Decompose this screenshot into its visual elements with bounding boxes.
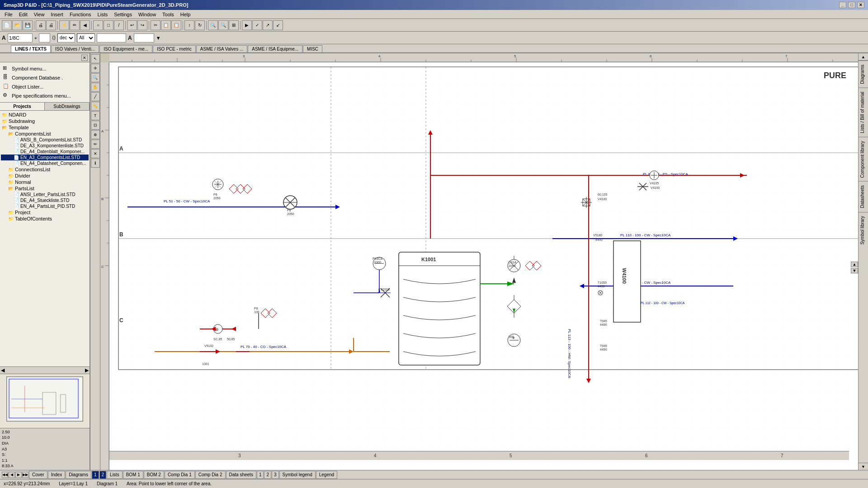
undo-button[interactable]: ↩	[127, 20, 137, 30]
menu-functions[interactable]: Functions	[67, 11, 94, 18]
right-tab-symbols[interactable]: Symbol library	[859, 212, 868, 248]
tab-legend[interactable]: Legend	[316, 471, 337, 479]
right-tab-lists[interactable]: Lists / Bill of material	[859, 88, 868, 137]
tree-de-a4[interactable]: 📄 DE_A4_Datenblatt_Komponer...	[1, 149, 89, 155]
import-button[interactable]: ↙	[273, 20, 283, 30]
line-button[interactable]: /	[114, 20, 124, 30]
menu-window[interactable]: Window	[136, 11, 159, 18]
scroll-right-icon[interactable]: ▶	[85, 367, 89, 373]
tab-lists[interactable]: Lists	[107, 471, 123, 479]
tree-en-a4-parts[interactable]: 📄 EN_A4_PartsList_PID.STD	[1, 203, 89, 209]
tab-misc[interactable]: MISC	[303, 45, 322, 52]
tree-ansi-letter[interactable]: 📄 ANSI_Letter_PartsList.STD	[1, 192, 89, 197]
menu-insert[interactable]: Insert	[48, 11, 66, 18]
lightning-button[interactable]: ⚡	[59, 20, 69, 30]
tree-subdrawing[interactable]: 📁 Subdrawing	[1, 118, 89, 124]
zoom-tool[interactable]: 🔍	[91, 73, 100, 82]
nav-next-btn[interactable]: ▶	[15, 472, 22, 478]
print2-button[interactable]: 🖨	[46, 20, 56, 30]
connect-tool[interactable]: ⊕	[91, 130, 100, 139]
pointer-tool[interactable]: ↖	[91, 54, 100, 63]
tab-datasheets[interactable]: Data sheets	[226, 471, 256, 479]
copy-button[interactable]: 📋	[161, 20, 171, 30]
tab-lines-texts[interactable]: LINES / TEXTS	[11, 45, 51, 52]
crosshair-tool[interactable]: ✛	[91, 64, 100, 73]
close-button[interactable]: ✕	[857, 2, 864, 8]
right-scroll-down[interactable]: ▼	[859, 463, 868, 470]
tab-iso-valves[interactable]: ISO Valves / Venti...	[51, 45, 99, 52]
tab-projects[interactable]: Projects	[0, 103, 45, 110]
tree-normal[interactable]: 📁 Normal	[1, 179, 89, 185]
zoom-in[interactable]: 🔍	[208, 20, 218, 30]
properties-tool[interactable]: ℹ	[91, 159, 100, 168]
minimize-button[interactable]: _	[839, 2, 846, 8]
tree-ansi-b[interactable]: 📄 ANSI_B_ComponentsList.STD	[1, 137, 89, 143]
move-button[interactable]: ↕	[184, 20, 194, 30]
canvas-area[interactable]: 3 4 5 6 7 8	[100, 53, 858, 470]
redo-button[interactable]: ↪	[137, 20, 147, 30]
angle-input[interactable]: 0.0	[134, 33, 154, 42]
maximize-button[interactable]: □	[848, 2, 855, 8]
tab-compdia2[interactable]: Comp Dia 2	[195, 471, 226, 479]
print-button[interactable]: 🖨	[36, 20, 46, 30]
tree-de-a3[interactable]: 📄 DE_A3_Komponentenliste.STD	[1, 143, 89, 149]
draw-line-tool[interactable]: ╱	[91, 92, 100, 101]
number-input[interactable]: 1	[39, 33, 50, 42]
check-button[interactable]: ✓	[252, 20, 262, 30]
tree-connections-list[interactable]: 📁 ConnectionsList	[1, 166, 89, 173]
rotate-button[interactable]: ↻	[195, 20, 205, 30]
panel-close-button[interactable]: ✕	[81, 55, 88, 61]
tree-project[interactable]: 📁 Project	[1, 209, 89, 216]
tree-parts-list[interactable]: 📂 PartsList	[1, 185, 89, 192]
tab-bom1[interactable]: BOM 1	[123, 471, 143, 479]
tab-symbol-legend[interactable]: Symbol legend	[279, 471, 316, 479]
component-tool[interactable]: ⊡	[91, 121, 100, 130]
tab-index[interactable]: Index	[48, 471, 65, 479]
panel-scroll[interactable]: ◀ ▶	[0, 366, 90, 374]
measure-tool[interactable]: 📏	[91, 102, 100, 111]
delete-tool[interactable]: ✕	[91, 149, 100, 158]
tab-compdia1[interactable]: Comp Dia 1	[165, 471, 195, 479]
menu-file[interactable]: File	[2, 11, 15, 18]
tree-en-a3[interactable]: 📄 EN_A3_ComponentsList.STD	[1, 155, 89, 160]
menu-lists[interactable]: Lists	[95, 11, 111, 18]
tab-diagram-1[interactable]: 1	[92, 471, 99, 479]
zoom-out[interactable]: 🔍	[218, 20, 228, 30]
tree-toc[interactable]: 📁 TableOfContents	[1, 216, 89, 222]
tab-data-2[interactable]: 2	[264, 471, 271, 479]
cut-button[interactable]: ✂	[151, 20, 160, 30]
export-button[interactable]: ↗	[263, 20, 273, 30]
menu-help[interactable]: Help	[178, 11, 193, 18]
tab-asme-equip[interactable]: ASME / ISA Equipme...	[248, 45, 302, 52]
scroll-left-icon[interactable]: ◀	[1, 367, 5, 373]
right-tab-components[interactable]: Component library	[859, 137, 868, 182]
tree-divider[interactable]: 📁 Divider	[1, 173, 89, 179]
nav-right-btn[interactable]: ▶▶	[22, 472, 28, 478]
font-size-input[interactable]: 1/8C	[8, 33, 33, 42]
menu-tools[interactable]: Tools	[160, 11, 177, 18]
tree-components-list[interactable]: 📂 ComponentsList	[1, 131, 89, 137]
tab-data-3[interactable]: 3	[272, 471, 279, 479]
zoom-fit[interactable]: ⊞	[229, 20, 239, 30]
tab-cover[interactable]: Cover	[29, 471, 47, 479]
menu-edit[interactable]: Edit	[16, 11, 30, 18]
scroll-down-btn[interactable]: ▼	[851, 268, 858, 273]
tab-iso-equipment[interactable]: ISO Equipment - me...	[99, 45, 152, 52]
component-database-item[interactable]: 🗄 Component Database .	[1, 73, 89, 82]
tool1-button[interactable]: ✏	[70, 20, 80, 30]
scroll-up-btn[interactable]: ▲	[851, 262, 858, 267]
nav-prev-btn[interactable]: ◀	[9, 472, 15, 478]
tree-template[interactable]: 📂 Template	[1, 124, 89, 131]
format-select[interactable]: dec hex	[57, 33, 75, 42]
menu-settings[interactable]: Settings	[111, 11, 135, 18]
right-tab-datasheets[interactable]: Datasheets	[859, 181, 868, 212]
rect-button[interactable]: □	[104, 20, 113, 30]
tree-en-a4[interactable]: 📄 EN_A4_Datasheet_Componen...	[1, 160, 89, 166]
tab-diagram-2[interactable]: 2	[99, 471, 107, 479]
scope-select[interactable]: All	[77, 33, 95, 42]
nav-left-btn[interactable]: ◀◀	[2, 472, 8, 478]
text-tool[interactable]: T	[91, 111, 100, 120]
tree-de-a4-stk[interactable]: 📄 DE_A4_Stueckliste.STD	[1, 197, 89, 203]
right-tab-diagrams[interactable]: Diagrams	[859, 61, 868, 88]
run-button[interactable]: ▶	[242, 20, 252, 30]
